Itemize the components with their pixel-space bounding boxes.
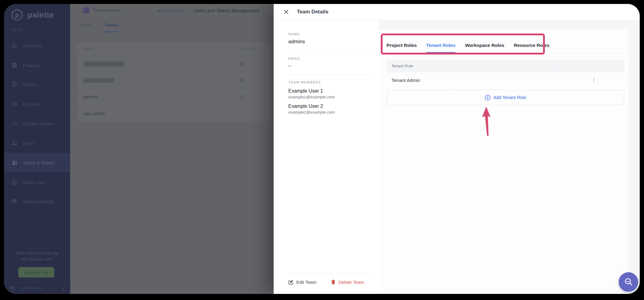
version-label: 4.5.10	[11, 28, 21, 32]
tenant-role-column-header: Tenant Role	[391, 64, 413, 68]
tenant-role-row[interactable]: Tenant Admin	[387, 72, 624, 88]
scope-selector[interactable]: Tenant Admin ▾	[83, 7, 160, 13]
email-field-value: –	[288, 63, 371, 69]
sidebar-item-cluster-groups[interactable]: Cluster Groups	[4, 115, 70, 132]
team-members-cell: 8	[241, 61, 271, 66]
roles-panel: Project Roles Tenant Roles Workspace Rol…	[378, 20, 640, 294]
tab-teams[interactable]: Teams	[104, 22, 118, 32]
teams-table-header: Name Members	[77, 42, 271, 56]
breadcrumb: Administration / Users and Teams Managem…	[157, 7, 259, 14]
page-title: Users and Teams Management	[193, 8, 259, 13]
roles-card: Project Roles Tenant Roles Workspace Rol…	[378, 30, 628, 294]
promo-line-2: for what you use!	[4, 256, 70, 262]
add-tenant-role-button[interactable]: Add Tenant Role	[387, 90, 624, 105]
svg-text:p: p	[15, 11, 19, 18]
team-name-cell	[77, 78, 241, 83]
sidebar-item-audit-logs[interactable]: Audit Logs	[4, 174, 70, 191]
cluster-list-icon	[11, 101, 17, 107]
drawer-title: Team Details	[297, 9, 329, 15]
logo-wordmark: palette	[27, 10, 54, 20]
person-lock-icon	[11, 140, 17, 146]
column-header-name[interactable]: Name	[77, 47, 241, 51]
doc-search-icon	[11, 179, 17, 185]
column-header-members[interactable]: Members	[241, 47, 271, 51]
team-actions: Edit Team Delete Team	[288, 273, 370, 285]
member-email: example1@example.com	[288, 95, 371, 99]
sidebar-item-roles[interactable]: Roles	[4, 135, 70, 152]
palette-logo: p palette	[11, 9, 54, 21]
breadcrumb-section[interactable]: Administration	[157, 8, 186, 13]
member-name: Example User 1	[288, 88, 371, 94]
team-member-item: Example User 1 example1@example.com	[288, 88, 371, 99]
edit-pencil-icon	[288, 280, 293, 285]
tenant-avatar-icon	[83, 7, 89, 13]
network-nodes-icon	[11, 120, 17, 126]
bar-chart-card-icon	[11, 62, 17, 68]
sidebar-item-clusters[interactable]: Clusters	[4, 96, 70, 113]
name-field-label: NAME	[288, 32, 371, 36]
tenant-role-table: Tenant Role Tenant Admin Add Tenant Role	[387, 60, 624, 105]
sidebar-item-label: Projects	[23, 63, 39, 68]
name-field-value: admins	[288, 39, 371, 45]
sidebar-item-profiles[interactable]: Profiles	[4, 76, 70, 93]
kebab-menu-icon[interactable]	[593, 77, 595, 83]
layers-stack-icon	[11, 81, 17, 87]
divider	[288, 75, 371, 75]
sidebar-footer: spectro cloud ❮	[4, 282, 70, 294]
team-summary-column: NAME admins EMAIL – TEAM MEMBERS Example…	[274, 20, 378, 294]
drawer-header: Team Details	[274, 4, 640, 20]
sidebar: p palette 4.5.10 Overview Projects Profi…	[4, 4, 70, 294]
sidebar-item-label: Roles	[23, 141, 34, 146]
team-name-cell: non-admin	[77, 111, 241, 116]
sidebar-item-tenant-settings[interactable]: Tenant Settings	[4, 193, 70, 210]
sidebar-item-users-teams[interactable]: Users & Teams	[4, 153, 70, 172]
tab-resource-roles[interactable]: Resource Roles	[514, 43, 549, 53]
search-smile-icon	[623, 277, 634, 287]
people-icon	[11, 160, 18, 166]
edit-team-button[interactable]: Edit Team	[288, 280, 316, 285]
delete-team-button[interactable]: Delete Team	[331, 280, 364, 285]
spectro-cloud-icon	[8, 284, 16, 292]
table-row[interactable]: 8	[77, 56, 271, 72]
plus-circle-icon	[485, 95, 491, 101]
team-members-cell: -	[241, 111, 271, 116]
team-members-cell: 2	[241, 94, 271, 99]
sidebar-item-label: Audit Logs	[23, 180, 45, 185]
palette-hexagon-icon: p	[11, 9, 23, 21]
line-chart-icon	[11, 42, 17, 48]
scope-selector-label: Tenant Admin	[93, 8, 121, 13]
teams-table: Name Members 8 6 admins 2 non-admin	[76, 42, 272, 122]
sidebar-item-label: Tenant Settings	[23, 199, 54, 204]
collapse-sidebar-icon[interactable]: ❮	[62, 285, 66, 291]
sidebar-item-projects[interactable]: Projects	[4, 57, 70, 74]
divider	[288, 51, 371, 51]
add-tenant-role-label: Add Tenant Role	[494, 95, 526, 100]
sidebar-item-overview[interactable]: Overview	[4, 37, 70, 54]
tab-workspace-roles[interactable]: Workspace Roles	[465, 43, 504, 53]
close-icon[interactable]	[283, 9, 290, 15]
screenshot-stage: p palette 4.5.10 Overview Projects Profi…	[0, 0, 644, 300]
app-window: p palette 4.5.10 Overview Projects Profi…	[4, 4, 640, 294]
tenant-role-value: Tenant Admin	[391, 78, 420, 83]
team-name-cell: admins	[77, 94, 241, 99]
table-row[interactable]: non-admin -	[77, 105, 271, 122]
team-members-cell: 6	[241, 78, 271, 83]
table-row[interactable]: 6	[77, 72, 271, 89]
email-field-label: EMAIL	[288, 57, 371, 60]
team-name-cell	[77, 62, 241, 66]
team-details-drawer: Team Details NAME admins EMAIL – TEAM ME…	[274, 4, 640, 294]
sidebar-item-label: Cluster Groups	[23, 121, 54, 126]
tab-project-roles[interactable]: Project Roles	[387, 43, 417, 53]
upgrade-now-button[interactable]: Upgrade now	[18, 267, 54, 277]
promo-line-1: Start small and only pay	[4, 250, 70, 256]
sidebar-item-label: Users & Teams	[23, 160, 54, 165]
divider	[559, 62, 560, 69]
tab-users[interactable]: Users	[79, 22, 91, 32]
help-search-fab[interactable]	[619, 272, 638, 292]
tab-tenant-roles[interactable]: Tenant Roles	[426, 43, 455, 53]
member-name: Example User 2	[288, 104, 371, 109]
table-row[interactable]: admins 2	[77, 89, 271, 105]
tenant-role-table-header: Tenant Role	[387, 60, 624, 72]
upgrade-promo-text: Start small and only pay for what you us…	[4, 250, 70, 262]
trash-icon	[331, 280, 336, 285]
